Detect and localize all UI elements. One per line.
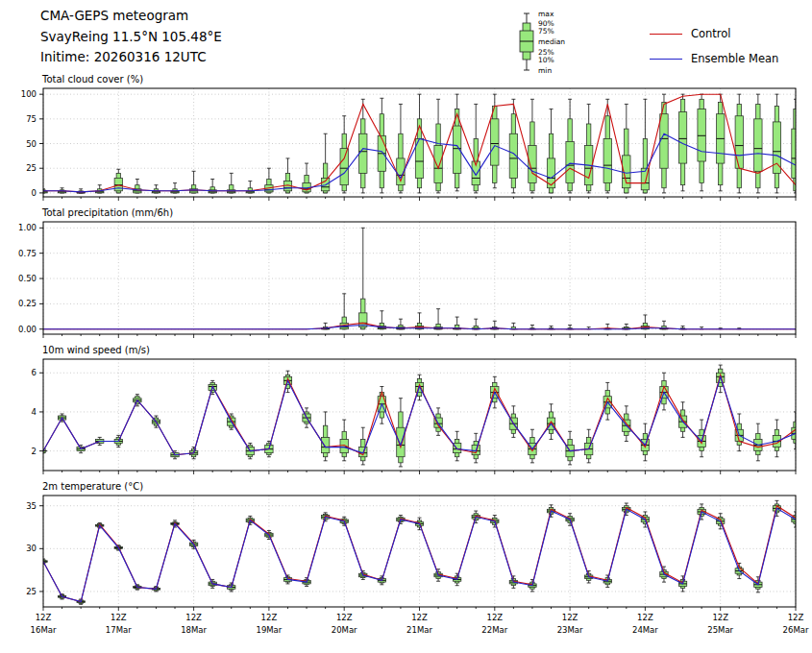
- x-tick-label-hour: 12Z: [36, 613, 52, 622]
- legend-entry-control: Control: [650, 27, 778, 40]
- box-25-75: [321, 437, 329, 452]
- meteogram-charts: Total cloud cover (%)0255075100Total pre…: [0, 0, 812, 653]
- panel-4: 2m temperature (°C)253035: [26, 481, 800, 611]
- x-tick-label-date: 19Mar: [256, 625, 282, 635]
- box-25-75: [603, 138, 611, 182]
- x-tick-label-date: 24Mar: [632, 625, 658, 635]
- box-25-75: [397, 427, 405, 457]
- y-tick-label: 25: [26, 163, 37, 173]
- box-25-75: [566, 141, 574, 182]
- x-tick-label-hour: 12Z: [562, 613, 578, 622]
- y-tick-label: 1.00: [18, 223, 37, 232]
- legend-box-label: max: [538, 10, 554, 18]
- panel-title: Total cloud cover (%): [41, 74, 143, 85]
- ensemble-mean-line-swatch: [650, 59, 682, 60]
- x-tick-label-hour: 12Z: [788, 613, 804, 622]
- x-tick-label-hour: 12Z: [261, 613, 278, 622]
- boxplot-legend: max90%75%median25%10%min: [520, 10, 565, 75]
- y-tick-label: 0.75: [18, 249, 37, 258]
- station-location: SvayReing 11.5°N 105.48°E: [40, 27, 222, 48]
- box-25-75: [754, 119, 762, 171]
- legend-box-label: median: [538, 37, 565, 46]
- box-25-75: [698, 109, 705, 161]
- y-tick-label: 75: [26, 114, 37, 124]
- panel-1: Total cloud cover (%)0255075100: [21, 74, 800, 201]
- y-tick-label: 2: [32, 447, 37, 456]
- box-25-75: [773, 122, 780, 173]
- legend-box-label: min: [538, 66, 552, 75]
- panel-2: Total precipitation (mm/6h)0.000.250.500…: [18, 207, 796, 338]
- x-tick-label-hour: 12Z: [486, 613, 503, 622]
- box-25-75: [359, 133, 367, 173]
- box-25-75: [678, 112, 686, 163]
- control-line-swatch: [650, 34, 682, 35]
- ensemble-mean-legend-label: Ensemble Mean: [691, 52, 778, 65]
- x-tick-label-hour: 12Z: [637, 613, 653, 622]
- x-tick-label-hour: 12Z: [336, 613, 353, 622]
- y-tick-label: 4: [32, 407, 37, 417]
- x-tick-label-date: 22Mar: [481, 625, 507, 635]
- y-tick-label: 0.50: [18, 274, 37, 283]
- control-legend-label: Control: [691, 27, 731, 40]
- y-tick-label: 100: [21, 89, 37, 99]
- x-tick-label-hour: 12Z: [185, 613, 202, 622]
- legend-box-label: 10%: [538, 56, 554, 64]
- legend-box-label: 75%: [538, 27, 554, 36]
- x-tick-label-date: 21Mar: [406, 625, 432, 635]
- y-tick-label: 50: [26, 139, 37, 149]
- x-tick-label-date: 25Mar: [707, 625, 733, 635]
- y-tick-label: 25: [26, 587, 37, 596]
- x-tick-label-date: 17Mar: [106, 625, 132, 635]
- x-tick-label-date: 23Mar: [557, 625, 583, 635]
- y-tick-label: 0.00: [18, 325, 37, 334]
- box-25-75: [491, 119, 499, 165]
- y-tick-label: 0: [32, 188, 37, 198]
- y-tick-label: 0.25: [18, 299, 37, 308]
- init-time: Initime: 20260316 12UTC: [40, 47, 222, 68]
- box-25-75: [735, 116, 743, 168]
- panel-title: 10m wind speed (m/s): [42, 345, 150, 355]
- box-25-75: [660, 114, 668, 169]
- app-title: CMA-GEPS meteogram: [40, 6, 222, 27]
- x-tick-label-date: 16Mar: [31, 625, 57, 635]
- legend-entry-ensemble-mean: Ensemble Mean: [650, 52, 778, 65]
- x-tick-label-date: 26Mar: [783, 625, 809, 635]
- panel-content: [39, 94, 800, 193]
- panel-title: 2m temperature (°C): [42, 481, 143, 492]
- header: CMA-GEPS meteogram SvayReing 11.5°N 105.…: [40, 6, 222, 68]
- x-tick-label-hour: 12Z: [411, 613, 428, 622]
- panel-title: Total precipitation (mm/6h): [41, 207, 173, 218]
- x-tick-label-date: 20Mar: [332, 625, 357, 635]
- y-tick-label: 30: [26, 544, 37, 553]
- x-tick-label-hour: 12Z: [712, 613, 728, 622]
- x-tick-label-hour: 12Z: [111, 613, 127, 622]
- y-tick-label: 6: [32, 368, 37, 377]
- panel-3: 10m wind speed (m/s)246: [32, 345, 800, 474]
- x-tick-label-date: 18Mar: [181, 625, 207, 635]
- line-legend: Control Ensemble Mean: [650, 27, 778, 77]
- meteogram-page: CMA-GEPS meteogram SvayReing 11.5°N 105.…: [0, 0, 812, 653]
- box-25-75: [340, 149, 348, 185]
- y-tick-label: 35: [26, 501, 37, 511]
- box-25-75: [434, 146, 442, 183]
- panel-content: [39, 365, 800, 467]
